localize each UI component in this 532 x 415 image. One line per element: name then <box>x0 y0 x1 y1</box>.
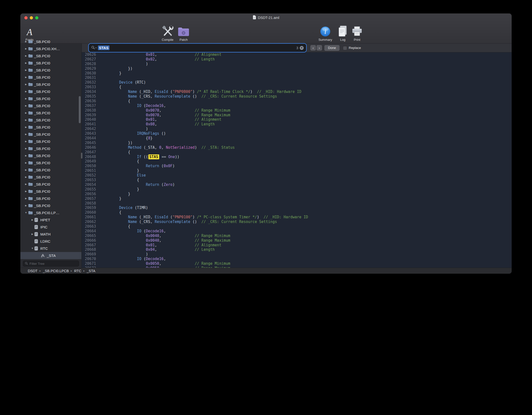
disclosure-collapsed-icon[interactable]: ▶ <box>24 204 28 207</box>
sidebar-item-sb-pci0[interactable]: ▶_SB.PCI0 <box>20 152 81 159</box>
summary-button[interactable]: i Summary <box>316 23 334 42</box>
code-line[interactable]: 20659 Device (TIMR) <box>82 206 512 210</box>
sidebar-item-sb-pci0[interactable]: ▶_SB.PCI0 <box>20 88 81 95</box>
code-line[interactable]: 20648 If ((STAS == One)) <box>82 155 512 159</box>
disclosure-collapsed-icon[interactable]: ▶ <box>24 104 28 107</box>
code-line[interactable]: 20652 Else <box>82 173 512 178</box>
disclosure-collapsed-icon[interactable]: ▶ <box>24 47 28 50</box>
chevron-down-icon[interactable]: ▾ <box>95 47 96 49</box>
zoom-button[interactable] <box>35 16 38 19</box>
sidebar-item-sb-pci0[interactable]: ▶_SB.PCI0 <box>20 202 81 209</box>
sidebar-item-sb-pci0[interactable]: ▶_SB.PCI0 <box>20 52 81 59</box>
sidebar-item-sb-pci0[interactable]: ▶_SB.PCI0 <box>20 38 81 45</box>
disclosure-collapsed-icon[interactable]: ▶ <box>24 55 28 57</box>
code-line[interactable]: 20639 0x0070, // Range Maximum <box>82 113 512 118</box>
code-line[interactable]: 20666 0x0040, // Range Maximum <box>82 238 512 243</box>
code-line[interactable]: 20665 0x0040, // Range Minimum <box>82 234 512 238</box>
code-line[interactable]: 20631 <box>82 75 512 80</box>
disclosure-collapsed-icon[interactable]: ▶ <box>24 162 28 164</box>
disclosure-collapsed-icon[interactable]: ▶ <box>24 76 28 78</box>
tree-outline[interactable]: ▶_SB.PCI0▶_SB.PCI0.XH…▶_SB.PCI0▶_SB.PCI0… <box>20 38 81 260</box>
code-line[interactable]: 20647 { <box>82 150 512 155</box>
title-bar[interactable]: DSDT-21.aml <box>20 14 512 22</box>
sidebar-item-sb-pci0[interactable]: ▶_SB.PCI0 <box>20 59 81 67</box>
sidebar-item-sb-pci0[interactable]: ▶_SB.PCI0 <box>20 174 81 181</box>
breadcrumb-item[interactable]: _SB.PCI0.LPCB <box>43 269 69 273</box>
disclosure-collapsed-icon[interactable]: ▶ <box>24 90 28 93</box>
find-next-button[interactable]: › <box>316 45 322 51</box>
sidebar-item-sb-pci0[interactable]: ▶_SB.PCI0 <box>20 67 81 74</box>
code-line[interactable]: 20636 { <box>82 99 512 104</box>
sidebar-item-sb-pci0[interactable]: ▶_SB.PCI0 <box>20 81 81 88</box>
sidebar-item-hpet[interactable]: ▶HPET <box>20 216 81 223</box>
code-line[interactable]: 20627 0x02, // Length <box>82 57 512 62</box>
sidebar-item-sb-pci0[interactable]: ▶_SB.PCI0 <box>20 138 81 145</box>
done-button[interactable]: Done <box>324 45 340 51</box>
disclosure-collapsed-icon[interactable]: ▶ <box>30 219 34 221</box>
code-line[interactable]: 20629 }) <box>82 66 512 71</box>
code-line[interactable]: 20643 IRQNoFlags () <box>82 131 512 136</box>
sidebar-item-sb-pci0[interactable]: ▶_SB.PCI0 <box>20 109 81 117</box>
sidebar-item-sb-pci0-xh[interactable]: ▶_SB.PCI0.XH… <box>20 45 81 52</box>
code-line[interactable]: 20641 0x08, // Length <box>82 122 512 127</box>
sidebar-item-ldrc[interactable]: LDRC <box>20 238 81 245</box>
code-line[interactable]: 20669 ) <box>82 252 512 257</box>
code-line[interactable]: 20650 Return (0x0F) <box>82 164 512 168</box>
code-line[interactable]: 20670 IO (Decode16, <box>82 257 512 261</box>
code-line[interactable]: 20653 { <box>82 178 512 182</box>
sidebar-item-sb-pci0[interactable]: ▶_SB.PCI0 <box>20 102 81 109</box>
code-line[interactable]: 20662 Name (_CRS, ResourceTemplate () //… <box>82 220 512 224</box>
code-line[interactable]: 20663 { <box>82 224 512 229</box>
sidebar-item-sb-pci0[interactable]: ▶_SB.PCI0 <box>20 124 81 131</box>
sidebar-item-ipic[interactable]: IPIC <box>20 223 81 231</box>
code-line[interactable]: 20646 Method (_STA, 0, NotSerialized) //… <box>82 145 512 150</box>
code-line[interactable]: 20649 { <box>82 159 512 164</box>
code-line[interactable]: 20640 0x01, // Alignment <box>82 117 512 122</box>
sidebar-item-sb-pci0[interactable]: ▶_SB.PCI0 <box>20 195 81 202</box>
code-line[interactable]: 20671 0x0050, // Range Minimum <box>82 261 512 266</box>
log-button[interactable]: Log <box>337 23 349 42</box>
sidebar-item-sb-pci0[interactable]: ▶_SB.PCI0 <box>20 159 81 166</box>
find-previous-button[interactable]: ‹ <box>310 45 316 51</box>
disclosure-collapsed-icon[interactable]: ▶ <box>24 154 28 157</box>
sidebar-item-rtc[interactable]: ▼RTC <box>20 245 81 252</box>
code-line[interactable]: 20668 0x04, // Length <box>82 247 512 252</box>
print-button[interactable]: Print <box>351 23 363 42</box>
code-line[interactable]: 20655 } <box>82 187 512 192</box>
sidebar-item-sta[interactable]: _STA <box>20 252 81 259</box>
disclosure-collapsed-icon[interactable]: ▶ <box>24 190 28 193</box>
patch-button[interactable]: ⚙ Patch <box>176 23 191 42</box>
code-editor[interactable]: 20626 0x01, // Alignment20627 0x02, // L… <box>82 52 512 268</box>
code-line[interactable]: 20661 Name (_HID, EisaId ("PNP0100") /* … <box>82 215 512 220</box>
minimize-button[interactable] <box>30 16 33 19</box>
search-input[interactable]: ▾ STAS 3 ✕ <box>89 44 306 52</box>
code-line[interactable]: 20656 } <box>82 192 512 196</box>
sidebar-item-sb-pci0[interactable]: ▶_SB.PCI0 <box>20 95 81 102</box>
code-line[interactable]: 20630 } <box>82 71 512 76</box>
disclosure-collapsed-icon[interactable]: ▶ <box>24 40 28 43</box>
clear-search-button[interactable]: ✕ <box>300 46 304 50</box>
code-line[interactable]: 20626 0x01, // Alignment <box>82 52 512 57</box>
code-line[interactable]: 20667 0x01, // Alignment <box>82 243 512 248</box>
disclosure-collapsed-icon[interactable]: ▶ <box>24 140 28 143</box>
sidebar-divider-handle[interactable] <box>81 153 82 159</box>
breadcrumb-item[interactable]: _STA <box>87 269 95 273</box>
code-line[interactable]: 20632 Device (RTC) <box>82 80 512 85</box>
sidebar-item-sb-pci0[interactable]: ▶_SB.PCI0 <box>20 188 81 195</box>
disclosure-collapsed-icon[interactable]: ▶ <box>30 233 34 235</box>
sidebar-item-sb-pci0[interactable]: ▶_SB.PCI0 <box>20 131 81 138</box>
code-line[interactable]: 20628 ) <box>82 62 512 66</box>
disclosure-expanded-icon[interactable]: ▼ <box>24 211 28 214</box>
disclosure-collapsed-icon[interactable]: ▶ <box>24 183 28 185</box>
code-line[interactable]: 20672 0x0050, // Range Maximum <box>82 266 512 268</box>
disclosure-collapsed-icon[interactable]: ▶ <box>24 119 28 121</box>
breadcrumb-item[interactable]: RTC <box>74 269 81 273</box>
disclosure-expanded-icon[interactable]: ▼ <box>30 247 34 250</box>
filter-tree-input[interactable] <box>29 262 77 266</box>
sidebar-item-sb-pci0[interactable]: ▶_SB.PCI0 <box>20 74 81 81</box>
code-line[interactable]: 20634 Name (_HID, EisaId ("PNP0B00") /* … <box>82 89 512 94</box>
disclosure-collapsed-icon[interactable]: ▶ <box>24 133 28 135</box>
code-line[interactable]: 20637 IO (Decode16, <box>82 104 512 108</box>
sidebar-scrollbar-thumb[interactable] <box>79 96 81 123</box>
disclosure-collapsed-icon[interactable]: ▶ <box>24 126 28 128</box>
